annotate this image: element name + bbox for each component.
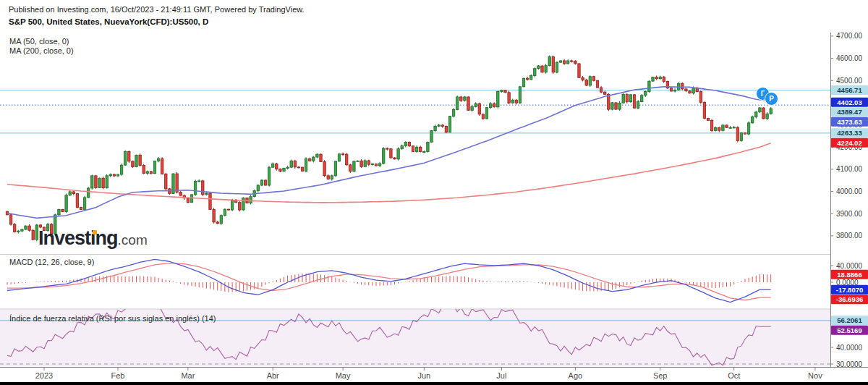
svg-text:40.0000: 40.0000 [836, 262, 863, 270]
svg-text:-36.6936: -36.6936 [836, 295, 864, 303]
svg-text:Jul: Jul [496, 371, 506, 380]
svg-text:56.2061: 56.2061 [837, 316, 862, 324]
price-axis-label: 4224.02 [831, 138, 868, 148]
price-axis-label: 4389.47 [831, 107, 868, 117]
ma-line [7, 87, 771, 219]
rsi-pane-label: Índice de fuerza relativa (RSI por sus s… [9, 314, 216, 323]
svg-text:Sep: Sep [653, 371, 668, 380]
price-axis-label: 52.5169 [831, 326, 868, 335]
logo-suffix: .com [118, 232, 148, 248]
svg-text:2023: 2023 [35, 371, 53, 380]
svg-text:Abr: Abr [267, 371, 279, 380]
logo-orange-dot [93, 230, 97, 234]
brand-badge: Г P [756, 87, 782, 107]
svg-text:Oct: Oct [728, 371, 740, 380]
price-axis-label: 4456.71 [831, 85, 868, 95]
price-axis-label: 56.2061 [831, 316, 868, 325]
svg-text:4224.02: 4224.02 [837, 139, 861, 147]
svg-text:4700.00: 4700.00 [836, 32, 863, 40]
svg-text:30.0000: 30.0000 [836, 360, 863, 368]
legend-ma200: MA (200, close, 0) [9, 46, 74, 56]
svg-text:4100.00: 4100.00 [836, 165, 863, 173]
logo-text: Investing [38, 227, 118, 249]
svg-text:4600.00: 4600.00 [836, 54, 863, 62]
svg-text:4389.47: 4389.47 [837, 108, 861, 116]
svg-text:Jun: Jun [417, 371, 430, 380]
svg-text:Nov: Nov [808, 371, 822, 380]
bottom-bar [0, 382, 868, 385]
macd-pane [7, 259, 771, 302]
indicator-legend: MA (50, close, 0) MA (200, close, 0) [9, 37, 74, 56]
chart-window: Published on Investing.com, 16/Oct/2023 … [0, 0, 868, 385]
price-axis-label: 18.8866 [831, 270, 868, 279]
svg-text:4000.00: 4000.00 [836, 187, 863, 195]
svg-text:3900.00: 3900.00 [836, 210, 863, 218]
price-axis-label: -17.8070 [831, 285, 868, 295]
svg-text:4263.33: 4263.33 [837, 129, 861, 137]
price-axis-label: -36.6936 [831, 295, 868, 304]
svg-text:May: May [336, 371, 351, 380]
investing-logo: Investing.com [38, 227, 148, 250]
svg-text:-17.8070: -17.8070 [836, 286, 864, 294]
svg-text:Feb: Feb [111, 371, 125, 380]
candles [6, 56, 772, 242]
time-axis[interactable]: 2023FebMarAbrMayJunJulAgoSepOctNov [35, 367, 822, 380]
svg-text:Mar: Mar [181, 371, 195, 380]
price-axis-label: 4373.63 [831, 117, 868, 127]
svg-text:4456.71: 4456.71 [837, 86, 862, 94]
svg-text:40.0000: 40.0000 [836, 344, 863, 352]
svg-text:18.8866: 18.8866 [837, 271, 861, 279]
badge-circle-right: P [765, 92, 778, 106]
price-axis-label: 4402.03 [831, 98, 868, 107]
svg-text:4373.63: 4373.63 [837, 118, 861, 126]
svg-text:4402.03: 4402.03 [837, 98, 861, 106]
svg-text:Ago: Ago [569, 371, 583, 380]
legend-ma50: MA (50, close, 0) [9, 37, 74, 46]
svg-text:52.5169: 52.5169 [837, 326, 861, 334]
svg-text:4500.00: 4500.00 [836, 77, 863, 85]
chart-canvas[interactable]: 4700.004600.004500.004400.004300.004200.… [0, 0, 868, 385]
price-axis-label: 4263.33 [831, 128, 868, 138]
macd-pane-label: MACD (12, 26, close, 9) [9, 258, 94, 266]
svg-text:3800.00: 3800.00 [836, 232, 863, 240]
